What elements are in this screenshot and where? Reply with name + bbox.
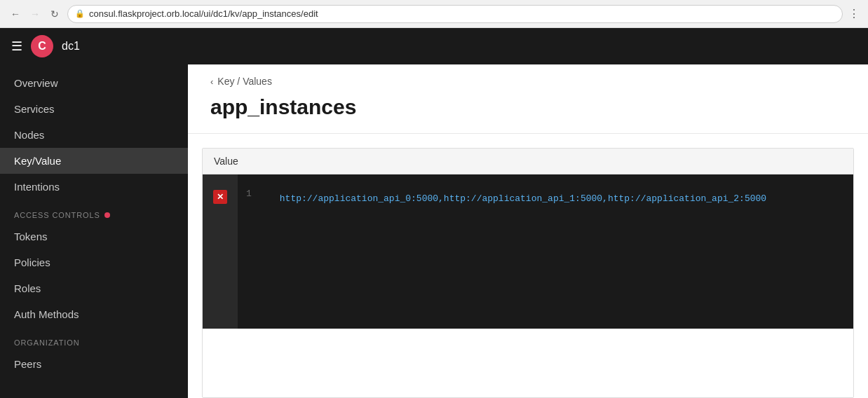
access-controls-badge <box>104 212 110 218</box>
sidebar: Overview Services Nodes Key/Value Intent… <box>0 28 188 398</box>
editor-body[interactable]: ✕ 1 http://application_api_0:5000,http:/… <box>203 174 853 329</box>
app-header: ☰ C dc1 <box>0 28 868 64</box>
sidebar-item-nodes[interactable]: Nodes <box>0 122 188 148</box>
sidebar-item-peers[interactable]: Peers <box>0 351 188 377</box>
back-button[interactable]: ← <box>8 7 22 21</box>
reload-button[interactable]: ↻ <box>48 7 62 21</box>
main-content: ‹ Key / Values app_instances Value ✕ 1 h… <box>188 28 868 398</box>
hamburger-icon[interactable]: ☰ <box>11 39 22 54</box>
editor-container: Value ✕ 1 http://application_api_0:5000,… <box>202 148 854 398</box>
line-numbers: ✕ <box>203 174 238 329</box>
lock-icon: 🔒 <box>75 9 85 18</box>
organization-section: ORGANIZATION <box>0 327 188 351</box>
editor-code-value[interactable]: http://application_api_0:5000,http://app… <box>269 181 778 217</box>
page-title-area: app_instances <box>188 87 868 134</box>
forward-button[interactable]: → <box>28 7 42 21</box>
access-controls-section: ACCESS CONTROLS <box>0 200 188 224</box>
sidebar-item-key-value[interactable]: Key/Value <box>0 148 188 174</box>
consul-logo: C <box>31 35 53 57</box>
sidebar-item-overview[interactable]: Overview <box>0 70 188 96</box>
editor-header: Value <box>203 149 853 174</box>
chevron-left-icon: ‹ <box>210 76 213 87</box>
dc-name: dc1 <box>62 40 80 53</box>
page-title: app_instances <box>210 95 846 119</box>
error-indicator: ✕ <box>213 190 227 204</box>
browser-menu-icon[interactable]: ⋮ <box>848 7 860 20</box>
address-bar[interactable]: 🔒 consul.flaskproject.orb.local/ui/dc1/k… <box>67 5 843 23</box>
sidebar-item-intentions[interactable]: Intentions <box>0 174 188 200</box>
sidebar-item-roles[interactable]: Roles <box>0 275 188 301</box>
sidebar-item-policies[interactable]: Policies <box>0 249 188 275</box>
browser-chrome: ← → ↻ 🔒 consul.flaskproject.orb.local/ui… <box>0 0 868 28</box>
sidebar-item-auth-methods[interactable]: Auth Methods <box>0 301 188 327</box>
sidebar-nav: Overview Services Nodes Key/Value Intent… <box>0 64 188 383</box>
breadcrumb: ‹ Key / Values <box>188 64 868 87</box>
app-container: ☰ C dc1 Overview Services Nodes Key/Valu… <box>0 28 868 398</box>
url-text: consul.flaskproject.orb.local/ui/dc1/kv/… <box>89 8 318 19</box>
sidebar-item-services[interactable]: Services <box>0 96 188 122</box>
breadcrumb-link[interactable]: Key / Values <box>217 76 272 87</box>
sidebar-item-tokens[interactable]: Tokens <box>0 224 188 249</box>
line-number-1: 1 <box>238 181 260 206</box>
